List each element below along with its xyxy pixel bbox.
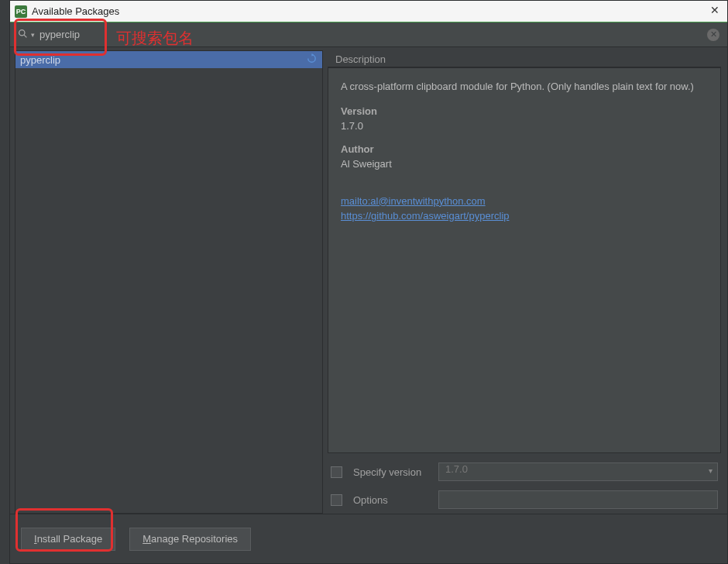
- manage-repositories-button[interactable]: Manage Repositories: [129, 528, 251, 551]
- specify-version-value: 1.7.0: [445, 463, 468, 475]
- window-title: Available Packages: [32, 5, 119, 17]
- package-list[interactable]: pyperclip: [15, 50, 323, 514]
- options-row: Options: [328, 486, 721, 514]
- left-pane: pyperclip: [15, 50, 323, 514]
- titlebar: PC Available Packages ✕: [10, 1, 727, 22]
- specify-version-label: Specify version: [353, 466, 438, 478]
- description-text: A cross-platform clipboard module for Py…: [341, 79, 708, 95]
- search-bar: ▾ ✕: [10, 22, 727, 47]
- options-label: Options: [353, 494, 438, 506]
- options-input[interactable]: [438, 490, 718, 509]
- package-list-selected-row[interactable]: pyperclip: [15, 51, 322, 68]
- author-value: Al Sweigart: [341, 156, 708, 172]
- install-package-button[interactable]: Install Package: [21, 528, 115, 551]
- search-icon: [18, 29, 28, 41]
- package-name: pyperclip: [20, 54, 60, 66]
- chevron-down-icon: ▾: [709, 466, 713, 475]
- specify-version-checkbox[interactable]: [331, 466, 342, 478]
- available-packages-dialog: PC Available Packages ✕ ▾ ✕ pyperclip De…: [9, 0, 728, 564]
- description-panel: A cross-platform clipboard module for Py…: [328, 67, 721, 453]
- specify-version-select[interactable]: 1.7.0 ▾: [438, 463, 718, 481]
- right-pane: Description A cross-platform clipboard m…: [328, 50, 721, 514]
- options-checkbox[interactable]: [331, 494, 342, 506]
- clear-search-icon[interactable]: ✕: [707, 29, 719, 41]
- repo-link[interactable]: https://github.com/asweigart/pyperclip: [341, 208, 708, 224]
- search-input[interactable]: [39, 29, 707, 40]
- ide-gutter: [0, 0, 9, 564]
- author-label: Author: [341, 142, 708, 157]
- description-header: Description: [328, 50, 721, 67]
- specify-version-row: Specify version 1.7.0 ▾: [328, 458, 721, 486]
- svg-line-1: [24, 35, 26, 37]
- version-label: Version: [341, 104, 708, 119]
- version-value: 1.7.0: [341, 119, 708, 134]
- app-icon: PC: [15, 5, 27, 18]
- options-area: Specify version 1.7.0 ▾ Options: [328, 458, 721, 514]
- svg-point-0: [19, 29, 25, 35]
- close-icon[interactable]: ✕: [710, 4, 719, 16]
- email-link[interactable]: mailto:al@inventwithpython.com: [341, 194, 708, 209]
- refresh-icon[interactable]: [306, 53, 318, 67]
- search-scope-dropdown-icon[interactable]: ▾: [31, 31, 35, 39]
- bottom-bar: Install Package Manage Repositories: [10, 514, 727, 563]
- content-area: pyperclip Description A cross-platform c…: [10, 47, 727, 514]
